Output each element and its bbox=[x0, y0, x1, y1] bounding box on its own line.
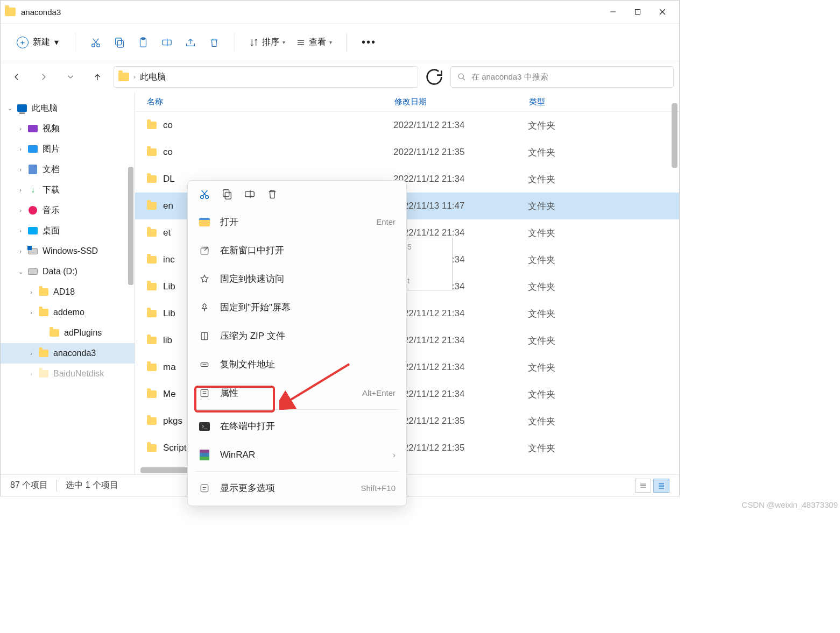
sidebar-item[interactable]: adPlugins bbox=[1, 323, 135, 343]
pin-icon bbox=[199, 302, 210, 313]
view-list-button[interactable] bbox=[635, 479, 651, 493]
file-date: 2022/11/12 21:34 bbox=[393, 227, 528, 238]
ctx-terminal[interactable]: ›_ 在终端中打开 bbox=[188, 412, 406, 440]
sidebar-item[interactable]: ›addemo bbox=[1, 302, 135, 323]
drive-icon bbox=[28, 268, 38, 275]
svg-rect-28 bbox=[201, 248, 208, 254]
caret-icon: › bbox=[15, 248, 26, 254]
refresh-button[interactable] bbox=[423, 66, 445, 88]
new-window-icon bbox=[199, 245, 210, 256]
desk-icon bbox=[28, 227, 38, 234]
new-button[interactable]: + 新建 ▾ bbox=[10, 33, 65, 52]
copy-button[interactable] bbox=[109, 32, 130, 53]
view-details-button[interactable] bbox=[653, 479, 669, 493]
chevron-right-icon: › bbox=[393, 451, 396, 459]
ctx-more[interactable]: 显示更多选项 Shift+F10 bbox=[188, 474, 406, 502]
ctx-pin-start[interactable]: 固定到"开始"屏幕 bbox=[188, 293, 406, 322]
svg-rect-9 bbox=[116, 38, 122, 45]
file-type: 文件夹 bbox=[528, 388, 555, 401]
folder-icon bbox=[147, 283, 157, 290]
rename-button[interactable] bbox=[156, 32, 178, 53]
file-type: 文件夹 bbox=[528, 281, 555, 293]
cut-button[interactable] bbox=[85, 32, 107, 53]
folder-icon bbox=[147, 122, 157, 129]
forward-button[interactable] bbox=[33, 66, 54, 88]
caret-icon: › bbox=[15, 166, 26, 173]
file-date: 2022/11/12 21:34 bbox=[393, 335, 528, 346]
sort-button[interactable]: 排序 ▾ bbox=[245, 34, 290, 50]
path-icon bbox=[199, 359, 210, 370]
minimize-button[interactable] bbox=[601, 1, 625, 24]
svg-rect-24 bbox=[225, 192, 231, 199]
ribbon-toolbar: + 新建 ▾ 排序 ▾ 查看 ▾ ••• bbox=[1, 24, 679, 61]
svg-rect-33 bbox=[201, 389, 208, 396]
sidebar-item[interactable]: ›anaconda3 bbox=[1, 343, 135, 364]
cut-icon[interactable] bbox=[199, 188, 210, 200]
sidebar-item[interactable]: ›文档 bbox=[1, 159, 135, 180]
folder-icon bbox=[118, 73, 129, 81]
window-title: anaconda3 bbox=[21, 8, 61, 17]
search-input[interactable]: 在 anaconda3 中搜索 bbox=[450, 66, 674, 88]
folder-icon bbox=[147, 337, 157, 344]
share-button[interactable] bbox=[180, 32, 201, 53]
view-button[interactable]: 查看 ▾ bbox=[292, 34, 336, 50]
breadcrumb[interactable]: 此电脑 bbox=[140, 72, 166, 83]
rename-icon[interactable] bbox=[244, 188, 256, 200]
file-date: 2022/11/12 21:34 bbox=[393, 120, 528, 131]
back-button[interactable] bbox=[6, 66, 27, 88]
sidebar-item[interactable]: ›图片 bbox=[1, 139, 135, 159]
sidebar-item[interactable]: ›视频 bbox=[1, 118, 135, 139]
delete-icon[interactable] bbox=[266, 188, 278, 200]
svg-rect-1 bbox=[636, 10, 640, 15]
ctx-new-window[interactable]: 在新窗口中打开 bbox=[188, 236, 406, 265]
sidebar-item[interactable]: ›桌面 bbox=[1, 221, 135, 241]
explorer-window: anaconda3 + 新建 ▾ 排序 ▾ 查看 ▾ bbox=[0, 0, 680, 496]
delete-button[interactable] bbox=[203, 32, 225, 53]
sidebar-item-label: 下载 bbox=[43, 184, 60, 196]
sidebar-item[interactable]: ⌄Data (D:) bbox=[1, 261, 135, 282]
sidebar-item-label: 图片 bbox=[43, 144, 60, 155]
up-button[interactable] bbox=[87, 66, 108, 88]
svg-point-20 bbox=[201, 196, 204, 199]
sidebar-scrollbar[interactable] bbox=[128, 167, 133, 285]
sidebar-item[interactable]: ›AD18 bbox=[1, 282, 135, 302]
file-type: 文件夹 bbox=[528, 308, 555, 320]
sidebar-item[interactable]: ›BaiduNetdisk bbox=[1, 364, 135, 384]
caret-icon: ⌄ bbox=[4, 105, 16, 112]
more-button[interactable]: ••• bbox=[356, 34, 382, 51]
content-scrollbar[interactable] bbox=[672, 103, 677, 168]
col-date[interactable]: 修改日期 bbox=[394, 97, 529, 107]
ctx-pin-quick[interactable]: 固定到快速访问 bbox=[188, 265, 406, 293]
caret-icon: › bbox=[25, 289, 37, 295]
file-row[interactable]: co2022/11/12 21:35文件夹 bbox=[135, 139, 679, 166]
sidebar-item[interactable]: ›Windows-SSD bbox=[1, 241, 135, 261]
ctx-properties[interactable]: 属性 Alt+Enter bbox=[188, 379, 406, 407]
folder-icon bbox=[5, 8, 16, 16]
close-button[interactable] bbox=[650, 1, 675, 24]
caret-icon: › bbox=[15, 207, 26, 214]
search-placeholder: 在 anaconda3 中搜索 bbox=[471, 72, 548, 82]
address-bar[interactable]: › 此电脑 bbox=[114, 66, 418, 88]
folder-icon bbox=[147, 364, 157, 371]
maximize-button[interactable] bbox=[625, 1, 650, 24]
ctx-open[interactable]: 打开 Enter bbox=[188, 208, 406, 236]
caret-icon: › bbox=[25, 309, 37, 316]
recent-button[interactable] bbox=[60, 66, 81, 88]
file-row[interactable]: co2022/11/12 21:34文件夹 bbox=[135, 112, 679, 139]
file-name: co bbox=[163, 120, 393, 131]
ctx-winrar[interactable]: WinRAR › bbox=[188, 440, 406, 469]
col-name[interactable]: 名称 bbox=[147, 97, 394, 107]
col-type[interactable]: 类型 bbox=[529, 97, 626, 107]
sidebar-item[interactable]: ⌄此电脑 bbox=[1, 98, 135, 118]
star-icon bbox=[199, 274, 210, 285]
ctx-copy-path[interactable]: 复制文件地址 bbox=[188, 350, 406, 379]
caret-icon: › bbox=[25, 350, 37, 357]
sidebar-item[interactable]: ›↓下载 bbox=[1, 180, 135, 200]
ctx-zip[interactable]: 压缩为 ZIP 文件 bbox=[188, 322, 406, 350]
folder-icon bbox=[147, 229, 157, 237]
copy-icon[interactable] bbox=[221, 188, 233, 200]
file-date: 2022/11/12 21:34 bbox=[393, 174, 528, 184]
sidebar-item[interactable]: ›音乐 bbox=[1, 200, 135, 221]
open-icon bbox=[199, 218, 210, 226]
paste-button[interactable] bbox=[132, 32, 154, 53]
